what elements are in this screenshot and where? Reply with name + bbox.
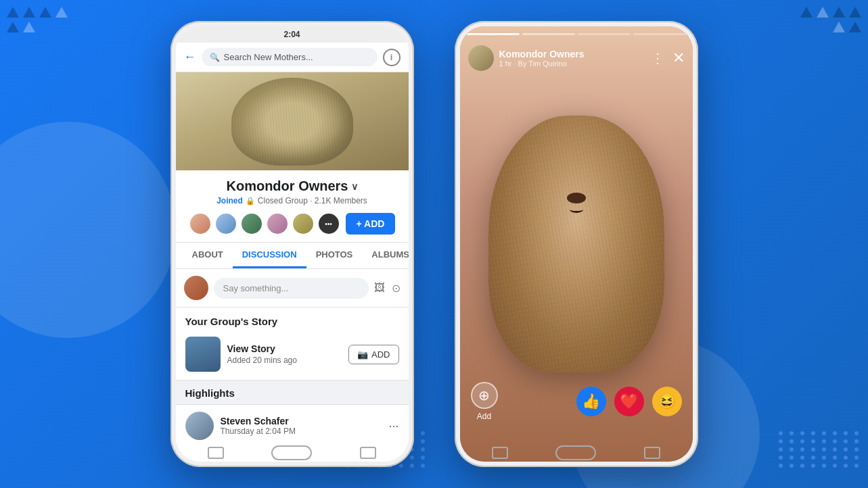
story-group-name: Komondor Owners bbox=[499, 49, 585, 59]
post-info: Steven Schafer Thursday at 2:04 PM bbox=[221, 416, 389, 436]
member-avatar bbox=[292, 212, 315, 235]
story-more-button[interactable]: ⋮ bbox=[651, 50, 664, 66]
cover-dog-image bbox=[176, 72, 409, 170]
group-meta-text: Closed Group · 2.1K Members bbox=[258, 196, 367, 205]
recents-hardware-button bbox=[360, 447, 376, 459]
story-group-info: Komondor Owners 1 hr · By Tim Quirino bbox=[499, 49, 585, 68]
member-avatar bbox=[240, 212, 263, 235]
dog-story-illustration bbox=[488, 116, 664, 372]
post-more-button[interactable]: ··· bbox=[388, 419, 398, 433]
story-viewer: Komondor Owners 1 hr · By Tim Quirino ⋮ … bbox=[460, 26, 693, 462]
story-section: Your Group's Story View Story Added 20 m… bbox=[176, 308, 409, 381]
story-group-sub: 1 hr · By Tim Quirino bbox=[499, 59, 585, 68]
post-author-avatar bbox=[185, 412, 214, 440]
back-button[interactable]: ← bbox=[184, 50, 196, 64]
post-item: Steven Schafer Thursday at 2:04 PM ··· bbox=[176, 404, 409, 447]
phone-1-bottom-bar bbox=[170, 445, 414, 460]
highlights-title: Highlights bbox=[185, 387, 399, 399]
dog-mouth bbox=[570, 206, 583, 213]
story-header: Komondor Owners 1 hr · By Tim Quirino ⋮ … bbox=[460, 40, 693, 76]
composer-avatar bbox=[184, 276, 208, 300]
story-header-actions: ⋮ ✕ bbox=[651, 49, 685, 67]
more-options-icon[interactable]: ⊙ bbox=[392, 282, 401, 295]
post-composer: Say something... 🖼 ⊙ bbox=[176, 269, 409, 308]
member-avatars: ••• + ADD bbox=[187, 212, 398, 235]
phone-1-screen: 2:04 ← 🔍 Search New Mothers... i bbox=[176, 26, 409, 462]
tab-about[interactable]: ABOUT bbox=[183, 243, 233, 268]
story-item: View Story Added 20 mins ago 📷 ADD bbox=[176, 333, 409, 381]
story-group-avatar bbox=[468, 45, 494, 71]
dog-face bbox=[567, 193, 586, 213]
chevron-down-icon: ∨ bbox=[351, 181, 358, 192]
add-members-button[interactable]: + ADD bbox=[346, 213, 396, 235]
dog-story-fur bbox=[488, 116, 664, 372]
highlights-section: Highlights bbox=[176, 381, 409, 404]
phones-container: 2:04 ← 🔍 Search New Mothers... i bbox=[0, 0, 868, 488]
member-avatar bbox=[266, 212, 289, 235]
add-to-story-label: Add bbox=[477, 412, 491, 421]
add-story-button[interactable]: 📷 ADD bbox=[348, 345, 398, 364]
status-time: 2:04 bbox=[283, 30, 300, 39]
photo-icon[interactable]: 🖼 bbox=[374, 282, 385, 295]
view-story-label[interactable]: View Story bbox=[227, 343, 349, 354]
info-button[interactable]: i bbox=[383, 49, 401, 66]
progress-segment-2 bbox=[522, 33, 575, 35]
search-bar[interactable]: 🔍 Search New Mothers... bbox=[202, 48, 378, 66]
story-footer: ⊕ Add 👍 ❤️ 😆 bbox=[460, 375, 693, 428]
phone-2-screen: Komondor Owners 1 hr · By Tim Quirino ⋮ … bbox=[460, 26, 693, 462]
cover-photo bbox=[176, 72, 409, 170]
group-name: Komondor Owners ∨ bbox=[187, 178, 398, 194]
phone-2: Komondor Owners 1 hr · By Tim Quirino ⋮ … bbox=[455, 21, 698, 467]
add-to-story-button[interactable]: ⊕ Add bbox=[471, 382, 498, 421]
progress-segment-1 bbox=[467, 33, 520, 35]
group-tabs: ABOUT DISCUSSION PHOTOS ALBUMS bbox=[176, 243, 409, 269]
haha-reaction-button[interactable]: 😆 bbox=[652, 387, 682, 416]
search-icon: 🔍 bbox=[210, 53, 220, 62]
story-info: View Story Added 20 mins ago bbox=[227, 343, 349, 365]
story-close-button[interactable]: ✕ bbox=[672, 49, 685, 67]
home-hardware-button-2 bbox=[555, 445, 596, 460]
dog-nose bbox=[567, 193, 586, 203]
back-hardware-button-2 bbox=[492, 447, 508, 459]
camera-icon: 📷 bbox=[357, 349, 368, 360]
member-avatar-more: ••• bbox=[317, 212, 340, 235]
group-info: Komondor Owners ∨ Joined 🔒 Closed Group … bbox=[176, 170, 409, 243]
back-hardware-button bbox=[208, 447, 224, 459]
add-circle-icon: ⊕ bbox=[471, 382, 498, 409]
story-progress-bar bbox=[467, 33, 686, 35]
tab-albums[interactable]: ALBUMS bbox=[362, 243, 408, 268]
progress-segment-3 bbox=[578, 33, 631, 35]
like-reaction-button[interactable]: 👍 bbox=[576, 387, 606, 416]
home-hardware-button bbox=[271, 445, 312, 460]
reaction-buttons: 👍 ❤️ 😆 bbox=[576, 387, 682, 416]
progress-segment-4 bbox=[633, 33, 686, 35]
joined-badge: Joined bbox=[216, 196, 243, 205]
member-avatar bbox=[214, 212, 237, 235]
group-page: 2:04 ← 🔍 Search New Mothers... i bbox=[176, 26, 409, 462]
composer-icons: 🖼 ⊙ bbox=[374, 282, 401, 295]
search-placeholder-text: Search New Mothers... bbox=[224, 52, 313, 62]
phone-2-bottom-bar bbox=[455, 445, 698, 460]
post-time: Thursday at 2:04 PM bbox=[221, 426, 389, 436]
status-bar: 2:04 bbox=[176, 26, 409, 43]
lock-icon: 🔒 bbox=[246, 197, 255, 205]
story-thumb-image bbox=[185, 337, 221, 372]
say-something-input[interactable]: Say something... bbox=[214, 278, 369, 299]
tab-discussion[interactable]: DISCUSSION bbox=[233, 243, 306, 268]
add-story-label: ADD bbox=[371, 349, 390, 360]
story-thumbnail[interactable] bbox=[185, 337, 221, 372]
love-reaction-button[interactable]: ❤️ bbox=[614, 387, 644, 416]
member-avatar bbox=[189, 212, 212, 235]
dog-fur bbox=[231, 78, 353, 166]
phone-1: 2:04 ← 🔍 Search New Mothers... i bbox=[170, 21, 414, 467]
post-author-name[interactable]: Steven Schafer bbox=[221, 416, 389, 426]
dog-illustration bbox=[231, 78, 353, 166]
story-section-title: Your Group's Story bbox=[176, 308, 409, 333]
tab-photos[interactable]: PHOTOS bbox=[306, 243, 363, 268]
recents-hardware-button-2 bbox=[644, 447, 660, 459]
story-time: Added 20 mins ago bbox=[227, 356, 349, 365]
group-meta: Joined 🔒 Closed Group · 2.1K Members bbox=[187, 196, 398, 205]
top-nav: ← 🔍 Search New Mothers... i bbox=[176, 43, 409, 72]
